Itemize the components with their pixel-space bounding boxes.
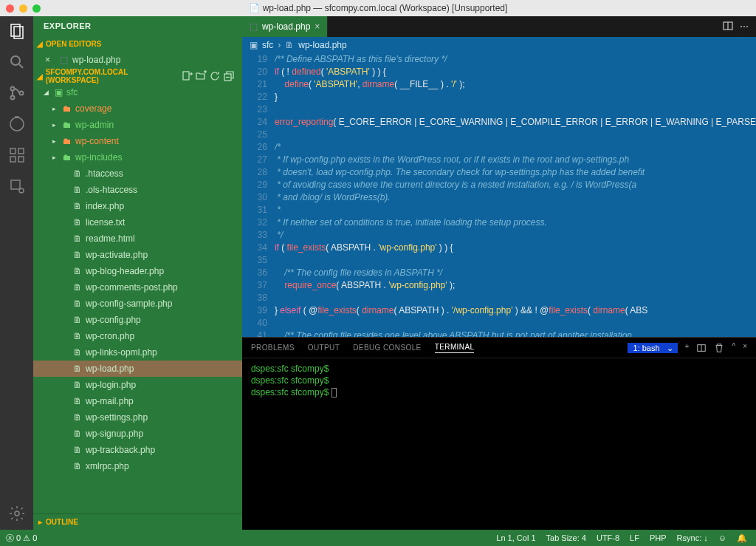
- chevron-down-icon: ◢: [36, 40, 44, 48]
- tab-label: wp-load.php: [262, 21, 310, 32]
- file-icon: 🗎: [72, 412, 83, 423]
- new-folder-icon[interactable]: [195, 70, 207, 82]
- file-icon: 🗎: [72, 233, 83, 244]
- file-icon: 🗎: [285, 40, 294, 50]
- workspace-header[interactable]: ◢ SFCOMPY.COM.LOCAL (WORKSPACE): [33, 68, 242, 84]
- file-icon: 🗎: [72, 201, 83, 211]
- sidebar-title: EXPLORER: [33, 16, 242, 35]
- split-terminal-icon[interactable]: [696, 342, 707, 354]
- tree-file-item[interactable]: 🗎wp-cron.php: [33, 328, 242, 344]
- tree-folder-item[interactable]: ▸🖿wp-includes: [33, 149, 242, 165]
- window-minimize-button[interactable]: [19, 4, 27, 13]
- tree-item-label: wp-includes: [75, 152, 122, 163]
- tree-file-item[interactable]: 🗎wp-trackback.php: [33, 442, 242, 458]
- tree-file-item[interactable]: 🗎wp-links-opml.php: [33, 344, 242, 361]
- window-maximize-button[interactable]: [32, 4, 41, 13]
- code-editor[interactable]: 1920212223242526272829303132333435363738…: [242, 53, 756, 337]
- tree-file-item[interactable]: 🗎.ols-htaccess: [33, 182, 242, 198]
- status-language[interactable]: PHP: [650, 533, 667, 542]
- terminal[interactable]: dspes:sfc sfcompy$dspes:sfc sfcompy$dspe…: [242, 358, 756, 530]
- folder-icon: 🖿: [62, 136, 72, 146]
- debug-icon[interactable]: [8, 115, 26, 133]
- tree-folder-item[interactable]: ▸🖿wp-admin: [33, 117, 242, 133]
- panel-tab-output[interactable]: OUTPUT: [308, 344, 340, 352]
- open-editors-header[interactable]: ◢ OPEN EDITORS: [33, 35, 242, 52]
- file-icon: 🗎: [72, 396, 83, 406]
- source-control-icon[interactable]: [8, 84, 26, 102]
- file-icon: 🗎: [72, 445, 83, 455]
- tree-item-label: .ols-htaccess: [86, 185, 137, 195]
- tree-item-label: wp-links-opml.php: [86, 347, 157, 358]
- close-panel-icon[interactable]: ×: [743, 342, 747, 354]
- status-encoding[interactable]: UTF-8: [597, 533, 619, 542]
- tree-file-item[interactable]: 🗎.htaccess: [33, 165, 242, 182]
- tree-file-item[interactable]: 🗎readme.html: [33, 231, 242, 247]
- status-position[interactable]: Ln 1, Col 1: [496, 533, 535, 542]
- folder-icon: 🖿: [62, 152, 72, 163]
- tree-file-item[interactable]: 🗎license.txt: [33, 214, 242, 231]
- outline-header[interactable]: ▸ OUTLINE: [33, 513, 242, 530]
- search-icon[interactable]: [8, 53, 26, 71]
- open-editor-item[interactable]: ×⬚wp-load.php: [33, 52, 242, 68]
- svg-rect-11: [18, 149, 24, 154]
- extensions-icon[interactable]: [8, 146, 26, 164]
- panel-tab-debug-console[interactable]: DEBUG CONSOLE: [353, 344, 421, 352]
- explorer-icon[interactable]: [8, 22, 26, 40]
- status-bell-icon[interactable]: 🔔: [737, 533, 747, 543]
- tab-close-icon[interactable]: ×: [315, 21, 320, 32]
- tree-file-item[interactable]: 🗎wp-mail.php: [33, 393, 242, 409]
- tree-file-item[interactable]: 🗎wp-load.php: [33, 361, 242, 377]
- svg-rect-13: [18, 157, 24, 162]
- tree-file-item[interactable]: 🗎wp-blog-header.php: [33, 263, 242, 279]
- tree-item-label: wp-signup.php: [86, 429, 143, 439]
- svg-point-15: [19, 188, 24, 193]
- tree-item-label: wp-comments-post.php: [86, 282, 178, 293]
- chevron-down-icon: ◢: [44, 89, 50, 96]
- new-terminal-icon[interactable]: +: [685, 342, 690, 354]
- tree-item-label: xmlrpc.php: [86, 461, 129, 471]
- new-file-icon[interactable]: [181, 70, 193, 82]
- terminal-selector[interactable]: 1: bash ⌄: [628, 343, 678, 353]
- panel-tab-terminal[interactable]: TERMINAL: [435, 343, 475, 353]
- tree-file-item[interactable]: 🗎wp-activate.php: [33, 247, 242, 263]
- kill-terminal-icon[interactable]: [714, 342, 724, 354]
- tree-file-item[interactable]: 🗎xmlrpc.php: [33, 458, 242, 474]
- tree-folder-item[interactable]: ▸🖿coverage: [33, 100, 242, 117]
- titlebar: 📄 wp-load.php — sfcompy.com.local (Works…: [0, 0, 756, 16]
- more-actions-icon[interactable]: ⋯: [740, 21, 749, 32]
- tree-file-item[interactable]: 🗎wp-comments-post.php: [33, 279, 242, 296]
- status-eol[interactable]: LF: [630, 533, 639, 542]
- status-errors[interactable]: ⓧ 0 ⚠ 0: [6, 533, 37, 544]
- tree-file-item[interactable]: 🗎wp-settings.php: [33, 409, 242, 426]
- collapse-all-icon[interactable]: [223, 70, 235, 82]
- tree-file-item[interactable]: 🗎wp-signup.php: [33, 426, 242, 442]
- tree-item-label: wp-config-sample.php: [86, 298, 172, 309]
- close-icon[interactable]: ×: [45, 55, 55, 65]
- svg-point-16: [15, 511, 19, 516]
- tree-folder-item[interactable]: ◢▣sfc: [33, 84, 242, 100]
- tree-file-item[interactable]: 🗎index.php: [33, 198, 242, 214]
- window-close-button[interactable]: [6, 4, 14, 13]
- tree-folder-item[interactable]: ▸🖿wp-content: [33, 133, 242, 149]
- status-rsync[interactable]: Rsync: ↓: [677, 533, 708, 542]
- tree-item-label: wp-config.php: [86, 315, 141, 325]
- refresh-icon[interactable]: [209, 70, 221, 82]
- settings-gear-icon[interactable]: [8, 505, 26, 522]
- tree-item-label: index.php: [86, 201, 124, 211]
- breadcrumb[interactable]: ▣ sfc › 🗎 wp-load.php: [242, 37, 756, 53]
- status-tab-size[interactable]: Tab Size: 4: [546, 533, 586, 542]
- settings-extra-icon[interactable]: [8, 177, 26, 195]
- tree-file-item[interactable]: 🗎wp-config.php: [33, 312, 242, 328]
- tab-wp-load[interactable]: ⬚ wp-load.php ×: [242, 16, 328, 37]
- panel-tab-problems[interactable]: PROBLEMS: [251, 344, 295, 352]
- svg-line-3: [19, 64, 23, 68]
- editor-tabs: ⬚ wp-load.php × ⋯: [242, 16, 756, 37]
- file-icon: 🗎: [72, 429, 83, 439]
- split-editor-icon[interactable]: [722, 20, 734, 34]
- tree-file-item[interactable]: 🗎wp-login.php: [33, 377, 242, 393]
- tree-file-item[interactable]: 🗎wp-config-sample.php: [33, 296, 242, 312]
- status-feedback-icon[interactable]: ☺: [718, 533, 726, 542]
- maximize-panel-icon[interactable]: ^: [732, 342, 735, 354]
- file-icon: 📄: [249, 3, 260, 13]
- file-icon: 🗎: [72, 298, 83, 309]
